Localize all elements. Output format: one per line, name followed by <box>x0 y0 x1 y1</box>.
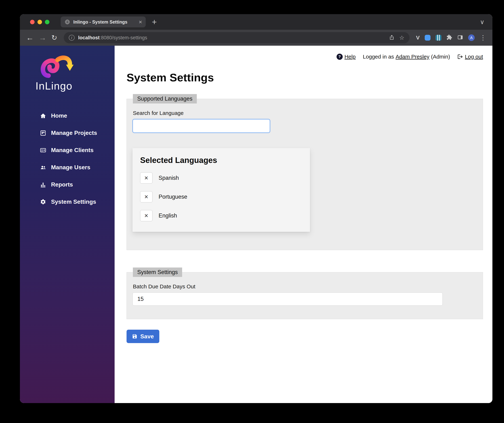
extension-blue-icon[interactable] <box>425 35 431 41</box>
system-settings-legend: System Settings <box>133 268 182 277</box>
user-role: (Admin) <box>431 54 450 60</box>
extension-v-icon[interactable]: V <box>416 35 420 41</box>
address-bar[interactable]: i localhost:8080/system-settings ☆ <box>64 32 409 43</box>
help-icon: ? <box>336 54 343 60</box>
browser-tab[interactable]: Inlingo - System Settings × <box>61 17 146 27</box>
language-name: Portuguese <box>159 194 187 200</box>
main-content: ? Help Logged in as Adam Presley (Admin)… <box>114 46 492 403</box>
search-language-label: Search for Language <box>133 110 477 116</box>
browser-menu-icon[interactable]: ⋮ <box>480 34 486 42</box>
inlingo-logo: InLingo <box>20 54 114 92</box>
selected-languages-card: Selected Languages × Spanish × Portugues… <box>132 148 310 232</box>
language-name: Spanish <box>159 175 179 181</box>
reload-button[interactable]: ↻ <box>51 34 57 41</box>
bookmark-star-icon[interactable]: ☆ <box>399 34 404 41</box>
selected-languages-title: Selected Languages <box>140 156 303 165</box>
save-disk-icon <box>132 334 138 339</box>
save-label: Save <box>140 333 154 340</box>
tab-title: Inlingo - System Settings <box>73 19 135 25</box>
help-label[interactable]: Help <box>344 54 356 60</box>
bar-chart-icon <box>40 182 46 188</box>
batch-due-days-label: Batch Due Date Days Out <box>133 283 477 290</box>
extension-teal-icon[interactable] <box>436 35 441 41</box>
tab-strip: Inlingo - System Settings × + ∨ <box>20 14 492 30</box>
browser-window: Inlingo - System Settings × + ∨ ← → ↻ i … <box>20 14 492 403</box>
forward-button[interactable]: → <box>39 34 46 42</box>
back-button[interactable]: ← <box>26 34 34 42</box>
logout-label[interactable]: Log out <box>465 54 483 60</box>
zoom-window-button[interactable] <box>45 20 49 24</box>
sidebar-item-manage-projects[interactable]: Manage Projects <box>20 124 114 141</box>
help-link[interactable]: ? Help <box>336 54 356 60</box>
toolbar-extensions: V A ⋮ <box>416 34 486 42</box>
remove-language-button[interactable]: × <box>140 210 152 221</box>
home-icon <box>40 113 46 119</box>
logout-link[interactable]: Log out <box>457 54 483 60</box>
extensions-puzzle-icon[interactable] <box>446 34 452 41</box>
remove-language-button[interactable]: × <box>140 191 152 202</box>
projects-icon <box>40 130 46 136</box>
share-icon[interactable] <box>389 35 395 41</box>
url-host: localhost <box>78 35 100 40</box>
nav-label: Reports <box>51 181 73 188</box>
url-text: localhost:8080/system-settings <box>78 35 147 41</box>
url-path: :8080/system-settings <box>100 35 147 40</box>
sidebar-item-manage-users[interactable]: Manage Users <box>20 159 114 176</box>
language-row: × Portuguese <box>140 191 303 202</box>
gear-icon <box>40 199 46 205</box>
logged-in-prefix: Logged in as <box>363 54 394 60</box>
minimize-window-button[interactable] <box>37 20 42 24</box>
supported-languages-legend: Supported Languages <box>133 94 197 104</box>
sidebar: InLingo Home Manage Projects <box>20 46 114 403</box>
close-window-button[interactable] <box>30 20 35 24</box>
omnibox-actions: ☆ <box>389 34 404 41</box>
language-row: × Spanish <box>140 172 303 184</box>
language-search-input[interactable] <box>132 119 270 133</box>
nav-label: System Settings <box>51 198 96 205</box>
sidebar-nav: Home Manage Projects Manage Clients <box>20 107 114 210</box>
tab-search-chevron-icon[interactable]: ∨ <box>480 18 485 25</box>
logo-swirl-icon <box>38 54 80 80</box>
logout-icon <box>457 54 463 60</box>
sidebar-item-system-settings[interactable]: System Settings <box>20 193 114 210</box>
nav-label: Manage Users <box>51 164 90 171</box>
window-controls <box>30 20 49 24</box>
side-panel-icon[interactable] <box>457 34 463 41</box>
desktop-background: Inlingo - System Settings × + ∨ ← → ↻ i … <box>0 0 504 423</box>
sidebar-item-reports[interactable]: Reports <box>20 176 114 193</box>
logged-in-text: Logged in as Adam Presley (Admin) <box>363 54 450 60</box>
page-title: System Settings <box>126 71 483 84</box>
app-body: InLingo Home Manage Projects <box>20 46 492 403</box>
language-name: English <box>159 212 177 219</box>
site-info-icon[interactable]: i <box>69 35 75 41</box>
nav-label: Home <box>51 112 67 119</box>
batch-due-days-input[interactable] <box>132 293 443 306</box>
save-button[interactable]: Save <box>126 330 159 343</box>
remove-language-button[interactable]: × <box>140 172 152 184</box>
logo-text: InLingo <box>36 80 114 92</box>
session-bar: ? Help Logged in as Adam Presley (Admin)… <box>126 46 483 60</box>
sidebar-item-manage-clients[interactable]: Manage Clients <box>20 141 114 159</box>
sidebar-item-home[interactable]: Home <box>20 107 114 124</box>
tab-close-icon[interactable]: × <box>139 19 142 25</box>
tab-favicon-globe-icon <box>65 19 70 25</box>
browser-toolbar: ← → ↻ i localhost:8080/system-settings ☆… <box>20 30 492 46</box>
profile-avatar[interactable]: A <box>468 34 475 41</box>
id-card-icon <box>40 147 46 153</box>
language-row: × English <box>140 210 303 221</box>
nav-label: Manage Clients <box>51 147 94 153</box>
new-tab-button[interactable]: + <box>152 18 157 26</box>
nav-label: Manage Projects <box>51 129 97 136</box>
user-link[interactable]: Adam Presley <box>396 54 429 60</box>
supported-languages-section: Supported Languages Search for Language … <box>126 94 483 250</box>
people-icon <box>40 164 46 171</box>
system-settings-section: System Settings Batch Due Date Days Out <box>126 268 483 319</box>
